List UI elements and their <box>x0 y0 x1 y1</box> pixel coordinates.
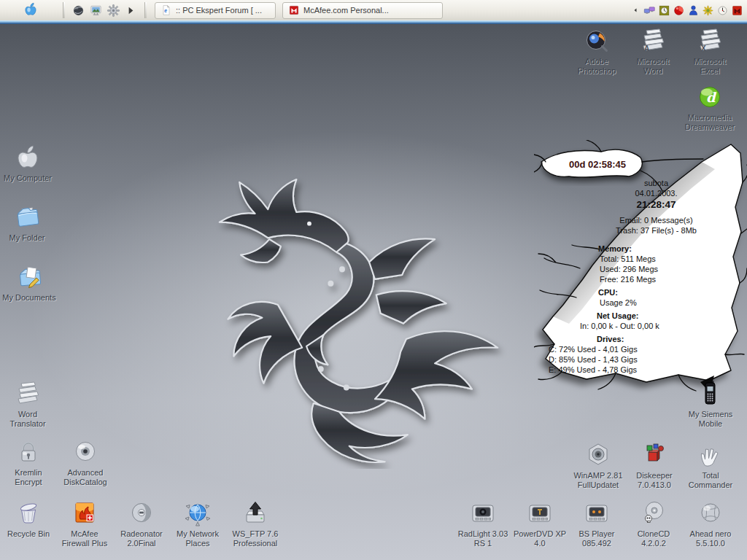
tray-clock[interactable] <box>716 4 729 17</box>
quick-launch-expand[interactable] <box>124 4 138 18</box>
weekday-label: subota <box>592 178 720 188</box>
task-pc-ekspert-forum[interactable]: e:: PC Ekspert Forum [ ... <box>155 2 276 19</box>
books-excel-icon: X <box>695 26 724 55</box>
memory-header: Memory: <box>544 244 716 254</box>
drive-d-status: D: 85% Used - 1,43 Gigs <box>544 354 716 365</box>
padlock-icon <box>14 438 43 467</box>
drives-header: Drives: <box>544 334 716 344</box>
display-icon <box>89 7 103 20</box>
icon-label: Radeonator2.0Final <box>120 529 163 548</box>
tray-icq[interactable] <box>702 4 714 17</box>
desktop-screen: e:: PC Ekspert Forum [ ...McAfee.com Per… <box>0 0 747 560</box>
memory-total: Total: 511 Megs <box>544 254 716 264</box>
memory-used: Used: 296 Megs <box>544 264 716 274</box>
network-globe-icon <box>183 499 212 528</box>
tray-person-icon <box>687 7 700 19</box>
uptime-readout: 00d 02:58:45 <box>549 159 646 170</box>
internet-shortcut[interactable] <box>71 4 85 18</box>
date-label: 04.01.2003. <box>592 188 720 198</box>
gear-icon <box>107 7 120 20</box>
icon-label: Ahead nero5.5.10.0 <box>690 529 732 548</box>
svg-text:e: e <box>164 8 167 13</box>
task-label: :: PC Ekspert Forum [ ... <box>176 6 262 15</box>
icon-label: AdobePhotoshop <box>578 57 616 75</box>
desktop-icon-microsoft-excel[interactable]: XMicrosoftExcel <box>676 26 743 75</box>
nero-icon <box>696 499 725 528</box>
widget-stats-block: Memory: Total: 511 Megs Used: 296 Megs F… <box>544 241 716 375</box>
apple-silver-icon <box>13 143 42 172</box>
tray-messenger[interactable] <box>687 4 700 17</box>
ie-page-icon: e <box>160 4 172 16</box>
system-monitor-widget: 00d 02:58:45 subota 04.01.2003. 21:28:47… <box>534 140 747 397</box>
tray-network[interactable] <box>643 4 656 17</box>
books-word-icon: A <box>638 26 667 55</box>
quick-launch-bar <box>66 0 143 20</box>
icon-label: KremlinEncrypt <box>15 468 42 486</box>
icon-label: McAfeeFirewall Plus <box>62 529 107 548</box>
task-label: McAfee.com Personal... <box>303 6 389 15</box>
dragon-wallpaper-art <box>162 148 519 469</box>
tray-mcafee-icon <box>731 7 743 19</box>
desktop-icon-total-commander[interactable]: TotalCommander <box>677 440 744 489</box>
icon-label: MacromediaDreamweaver <box>685 113 735 131</box>
radlight-icon <box>468 499 498 528</box>
tray-firewall[interactable] <box>731 4 743 17</box>
desktop-icon-macromedia-dreamweaver[interactable]: dMacromediaDreamweaver <box>676 82 743 131</box>
desktop-wallpaper[interactable]: 00d 02:58:45 subota 04.01.2003. 21:28:47… <box>0 24 747 560</box>
ftp-drive-icon <box>241 499 270 528</box>
documents-icon <box>15 262 44 292</box>
icon-label: WordTranslator <box>9 410 45 428</box>
net-io: In: 0,00 k - Out: 0,00 k <box>544 321 716 331</box>
memory-free: Free: 216 Megs <box>544 274 716 284</box>
icon-label: My Documents <box>2 293 55 303</box>
icon-label: AdvancedDiskCatalog <box>63 468 107 486</box>
desktop-icon-my-siemens-mobile[interactable]: My SiemensMobile <box>677 379 744 428</box>
globe-icon <box>71 7 85 20</box>
icon-label: WinAMP 2.81FullUpdatet <box>573 471 622 489</box>
icon-label: MicrosoftExcel <box>694 57 727 75</box>
powerdvd-icon <box>525 499 554 528</box>
apple-icon <box>23 1 39 19</box>
task-mcafee-personal[interactable]: McAfee.com Personal... <box>282 2 443 19</box>
desktop-icon-my-folder[interactable]: My Folder <box>0 203 61 243</box>
tray-collapse[interactable] <box>632 5 639 15</box>
books-icon <box>13 379 42 408</box>
desktop-icon-advanced-diskcatalog[interactable]: AdvancedDiskCatalog <box>52 438 119 486</box>
display-properties-shortcut[interactable] <box>89 4 103 18</box>
desktop-icon-my-documents[interactable]: My Documents <box>0 262 63 303</box>
widget-datetime-block: subota 04.01.2003. 21:28:47 Email: 0 Mes… <box>592 178 720 236</box>
tray-clock-face-icon <box>716 7 729 19</box>
taskbar-edge <box>0 20 747 24</box>
icon-label: MicrosoftWord <box>637 57 670 75</box>
tray-virusscan[interactable] <box>673 4 685 17</box>
email-status: Email: 0 Message(s) <box>592 215 720 225</box>
desktop-icon-word-translator[interactable]: WordTranslator <box>0 379 61 428</box>
task-buttons: e:: PC Ekspert Forum [ ...McAfee.com Per… <box>148 0 443 20</box>
winamp-icon <box>584 440 613 470</box>
icon-label: WS_FTP 7.6Professional <box>233 529 279 548</box>
icon-label: TotalCommander <box>689 471 733 489</box>
settings-shortcut[interactable] <box>107 4 120 18</box>
hand-icon <box>696 440 725 470</box>
dreamweaver-icon: d <box>695 82 724 112</box>
svg-text:X: X <box>701 44 706 52</box>
desktop-icon-ws-ftp-professional[interactable]: WS_FTP 7.6Professional <box>222 499 289 548</box>
apple-menu-button[interactable] <box>0 0 61 20</box>
tray-scheduler[interactable] <box>658 4 670 17</box>
drive-e-status: E: 49% Used - 4,78 Gigs <box>544 365 716 375</box>
mcafee-app-icon <box>288 4 300 16</box>
icon-label: My NetworkPlaces <box>177 529 219 548</box>
radeon-icon <box>127 499 156 528</box>
expand-arrow-icon <box>124 7 138 20</box>
desktop-icon-ahead-nero[interactable]: Ahead nero5.5.10.0 <box>677 499 744 548</box>
firewall-icon <box>70 499 99 528</box>
bsplayer-icon <box>582 499 611 528</box>
icon-label: Recycle Bin <box>7 529 50 539</box>
taskbar-divider <box>144 2 147 18</box>
tray-flower-icon <box>702 7 714 19</box>
trash-status: Trash: 37 File(s) - 8Mb <box>592 225 720 236</box>
clock-readout: 21:28:47 <box>592 198 720 211</box>
taskbar: e:: PC Ekspert Forum [ ...McAfee.com Per… <box>0 0 747 20</box>
diskeeper-icon <box>640 440 669 470</box>
desktop-icon-my-computer[interactable]: My Computer <box>0 143 61 183</box>
